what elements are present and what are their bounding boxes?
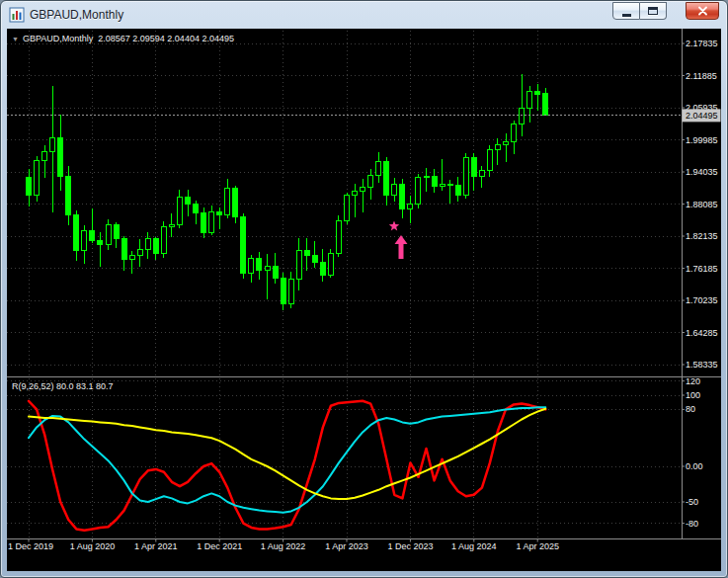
indicator-label: R(9,26,52) 80.0 83.1 80.7 — [12, 381, 114, 391]
time-axis-label: 1 Aug 2020 — [70, 541, 116, 551]
time-axis-label: 1 Aug 2022 — [261, 541, 306, 551]
minimize-button[interactable] — [612, 2, 640, 20]
candle-body — [400, 185, 405, 209]
candle-body — [106, 225, 111, 245]
time-axis-label: 1 Apr 2025 — [516, 541, 559, 551]
price-axis-label: 1.58335 — [686, 360, 718, 370]
candle-body — [520, 108, 525, 124]
candle-body — [543, 94, 548, 116]
candle-body — [169, 224, 174, 227]
collapse-triangle-icon[interactable]: ▼ — [12, 36, 19, 42]
mt4-chart-window: GBPAUD,Monthly 1 Dec 20191 Aug 20201 Apr… — [0, 0, 728, 578]
candle-body — [345, 195, 350, 220]
chart-client-area[interactable]: 1 Dec 20191 Aug 20201 Apr 20211 Dec 2021… — [7, 29, 721, 571]
candle-body — [153, 239, 158, 253]
candle-body — [281, 278, 285, 303]
candle-body — [241, 217, 246, 274]
candle-body — [408, 204, 413, 208]
star-marker-icon — [389, 221, 399, 231]
candle-body — [432, 176, 437, 187]
candle-body — [479, 171, 484, 176]
candle-body — [471, 157, 476, 176]
window-title: GBPAUD,Monthly — [30, 8, 123, 22]
candle-body — [440, 184, 445, 187]
price-axis-label: 1.70235 — [686, 295, 718, 305]
titlebar[interactable]: GBPAUD,Monthly — [1, 1, 727, 29]
candle-body — [137, 249, 142, 255]
candle-body — [447, 184, 452, 186]
price-axis-label: 2.11885 — [686, 71, 717, 81]
up-arrow-marker-icon — [395, 235, 408, 259]
time-axis-label: 1 Dec 2019 — [8, 541, 53, 551]
close-button[interactable] — [686, 2, 719, 20]
candle-body — [376, 162, 381, 176]
maximize-button[interactable] — [640, 2, 667, 20]
candle-body — [225, 188, 230, 214]
candle-body — [512, 124, 517, 142]
candle-body — [265, 266, 270, 270]
current-price-label: 2.04495 — [686, 111, 718, 121]
candle-body — [424, 176, 429, 178]
indicator-line-yellow — [29, 409, 545, 499]
close-icon — [697, 6, 708, 16]
price-axis-label: 1.64285 — [686, 328, 718, 338]
candle-body — [50, 137, 55, 152]
ohlc-info: ▼ GBPAUD,Monthly 2.08567 2.09594 2.04404… — [12, 34, 234, 43]
candle-body — [202, 212, 206, 232]
ohlc-text: GBPAUD,Monthly 2.08567 2.09594 2.04404 2… — [23, 34, 234, 43]
candle-body — [312, 255, 317, 262]
indicator-axis-label: 120 — [686, 376, 700, 386]
candle-body — [487, 150, 492, 171]
candle-body — [194, 205, 199, 212]
candle-body — [273, 266, 278, 278]
candle-body — [336, 220, 341, 253]
candle-body — [209, 211, 214, 232]
candle-body — [495, 144, 500, 149]
candle-body — [463, 157, 468, 195]
indicator-axis-label: -50 — [686, 497, 698, 507]
candle-body — [455, 185, 460, 195]
candle-body — [353, 191, 358, 195]
price-axis-label: 2.17835 — [686, 39, 718, 48]
candle-body — [384, 162, 389, 195]
candle-body — [177, 198, 182, 224]
candle-body — [249, 259, 254, 274]
candle-body — [161, 227, 166, 253]
candle-body — [296, 250, 301, 279]
time-axis-label: 1 Aug 2024 — [451, 541, 497, 551]
candle-body — [27, 178, 32, 195]
chart-app-icon — [9, 7, 25, 23]
candle-body — [288, 279, 293, 303]
candle-body — [535, 92, 540, 95]
candle-body — [42, 152, 47, 160]
candle-body — [35, 160, 40, 195]
indicator-axis-label: 100 — [686, 390, 700, 400]
candle-body — [392, 185, 397, 195]
time-axis-label: 1 Dec 2021 — [197, 541, 242, 551]
candle-body — [361, 187, 365, 191]
candle-body — [304, 250, 309, 255]
price-axis-label: 1.76185 — [686, 264, 718, 274]
candle-body — [82, 231, 87, 251]
candle-body — [233, 188, 238, 216]
candle-body — [129, 255, 134, 259]
price-axis-label: 1.82135 — [686, 231, 718, 241]
candle-body — [320, 262, 325, 275]
maximize-icon — [648, 7, 658, 15]
candle-body — [217, 211, 222, 214]
candle-body — [98, 240, 103, 244]
chart-canvas[interactable]: 1 Dec 20191 Aug 20201 Apr 20211 Dec 2021… — [7, 29, 721, 571]
candle-body — [90, 231, 95, 240]
candle-body — [145, 239, 150, 249]
time-axis-label: 1 Dec 2023 — [387, 541, 433, 551]
candle-body — [186, 198, 191, 205]
candle-body — [328, 253, 333, 275]
candle-body — [121, 239, 126, 260]
time-axis-label: 1 Apr 2023 — [325, 541, 368, 551]
indicator-axis-label: -80 — [686, 519, 698, 529]
candle-body — [504, 142, 509, 145]
minimize-icon — [622, 14, 631, 17]
candle-body — [114, 225, 119, 239]
candle-body — [416, 177, 421, 204]
candle-body — [58, 137, 63, 176]
